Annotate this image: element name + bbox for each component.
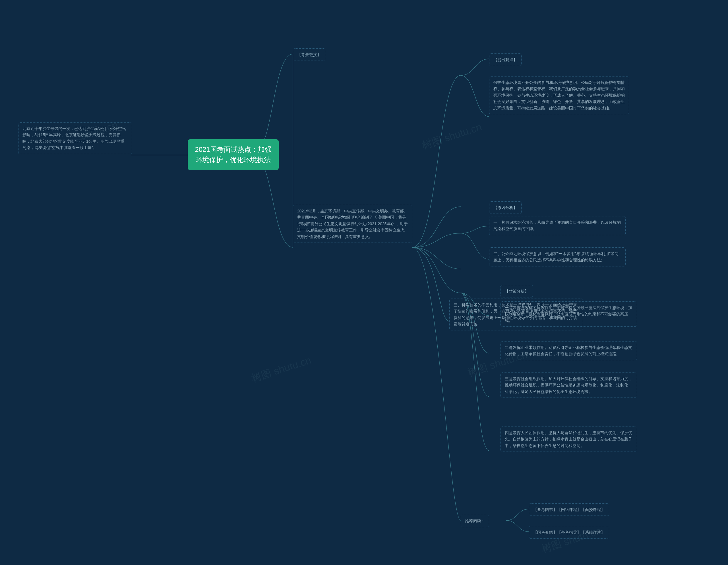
- node-reason-2[interactable]: 二、公众缺乏环境保护意识，例如在"一水多用"与"废物循环再利用"等问题上，仍有相…: [489, 247, 626, 266]
- node-text: 【提出观点】: [493, 57, 517, 62]
- node-recommend[interactable]: 推荐阅读：: [461, 515, 489, 527]
- node-policy-4[interactable]: 四是发挥人民团体作用。坚持人与自然和谐共生，坚持节约优先、保护优先、自然恢复为主…: [501, 427, 637, 452]
- node-background-header[interactable]: 【背景链接】: [293, 48, 325, 61]
- node-text: 一是发挥党政机关执政作用。用最严格制度最严密法治保护生态环境，加快制度创新，强化…: [505, 305, 632, 323]
- node-text: 三是发挥社会组织作用。加大对环保社会组织的引导、支持和培育力度，推动环保社会组织…: [505, 376, 632, 394]
- node-text: 【对策分析】: [505, 289, 529, 293]
- node-text: 一、片面追求经济增长，从而导致了资源的盲目开采和浪费，以及环境的污染和空气质量的…: [493, 220, 621, 231]
- node-policy-2[interactable]: 二是发挥企业带领作用。动员和引导企业积极参与生态价值理念和生态文化传播，主动承担…: [501, 341, 637, 360]
- node-policy-header[interactable]: 【对策分析】: [501, 285, 533, 297]
- mindmap-canvas: shutu.cn 树图 shutu.cn 树图 shutu.cn 树图 shut…: [0, 0, 728, 565]
- node-text: 【国考介绍】【备考指导】【系统详述】: [533, 530, 605, 535]
- node-text: 北京近十年沙尘最强的一次，已达到沙尘暴级别。受冷空气影响，3月15日早高峰，北京…: [22, 126, 126, 150]
- node-policy-3[interactable]: 三是发挥社会组织作用。加大对环保社会组织的引导、支持和培育力度，推动环保社会组织…: [501, 372, 637, 398]
- node-text: 2021年2月，生态环境部、中央宣传部、中央文明办、教育部、共青团中央、全国妇联…: [297, 209, 408, 239]
- node-reason-header[interactable]: 【原因分析】: [489, 201, 522, 214]
- node-viewpoint-text[interactable]: 保护生态环境离不开公众的参与和环境保护意识。公民对于环境保护有知情权、参与权、表…: [489, 76, 629, 114]
- node-text: 二是发挥企业带领作用。动员和引导企业积极参与生态价值理念和生态文化传播，主动承担…: [505, 345, 632, 356]
- node-text: 二、公众缺乏环境保护意识，例如在"一水多用"与"废物循环再利用"等问题上，仍有相…: [493, 251, 619, 262]
- node-text: 四是发挥人民团体作用。坚持人与自然和谐共生，坚持节约优先、保护优先、自然恢复为主…: [505, 431, 632, 448]
- node-policy-1[interactable]: 一是发挥党政机关执政作用。用最严格制度最严密法治保护生态环境，加快制度创新，强化…: [501, 301, 637, 327]
- node-text: 推荐阅读：: [465, 519, 485, 523]
- node-text: 【背景链接】: [297, 52, 321, 57]
- node-text: 【原因分析】: [493, 205, 517, 210]
- node-reason-1[interactable]: 一、片面追求经济增长，从而导致了资源的盲目开采和浪费，以及环境的污染和空气质量的…: [489, 216, 626, 235]
- node-viewpoint-header[interactable]: 【提出观点】: [489, 53, 522, 66]
- node-text: 【备考图书】【网络课程】【面授课程】: [533, 507, 605, 512]
- node-text: 保护生态环境离不开公众的参与和环境保护意识。公民对于环境保护有知情权、参与权、表…: [493, 80, 625, 110]
- node-background-text[interactable]: 2021年2月，生态环境部、中央宣传部、中央文明办、教育部、共青团中央、全国妇联…: [293, 205, 412, 243]
- root-node[interactable]: 2021国考面试热点：加强环境保护，优化环境执法: [188, 139, 279, 170]
- node-beijing-sandstorm[interactable]: 北京近十年沙尘最强的一次，已达到沙尘暴级别。受冷空气影响，3月15日早高峰，北京…: [18, 122, 132, 154]
- node-recommend-link-1[interactable]: 【备考图书】【网络课程】【面授课程】: [529, 503, 609, 516]
- root-text: 2021国考面试热点：加强环境保护，优化环境执法: [195, 146, 271, 164]
- node-recommend-link-2[interactable]: 【国考介绍】【备考指导】【系统详述】: [529, 526, 609, 539]
